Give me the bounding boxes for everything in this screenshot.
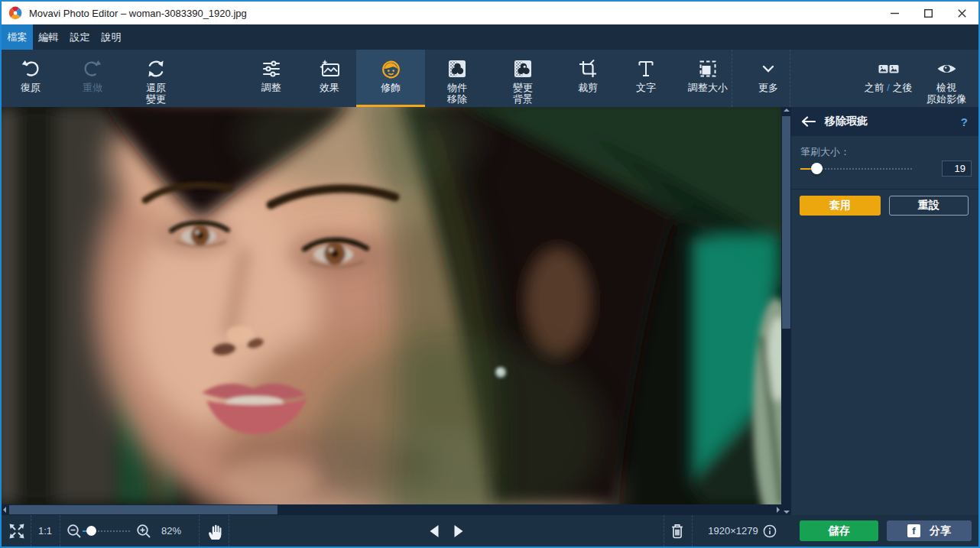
photo-canvas[interactable] — [2, 107, 781, 504]
horizontal-scroll-thumb[interactable] — [9, 505, 277, 514]
change-background-icon — [513, 57, 533, 80]
info-button[interactable] — [763, 515, 777, 546]
panel-header: 移除瑕疵 ? — [791, 107, 978, 136]
vertical-scroll-thumb[interactable] — [782, 116, 790, 329]
zoom-slider[interactable] — [83, 530, 130, 532]
scroll-left-icon[interactable] — [3, 507, 6, 513]
share-button[interactable]: f 分享 — [887, 520, 972, 541]
actual-size-button[interactable]: 1:1 — [38, 515, 52, 546]
app-window: Movavi Photo Editor – woman-3083390_1920… — [0, 0, 980, 548]
statusbar-separator — [31, 515, 31, 546]
image-canvas-area — [2, 107, 791, 515]
crop-icon — [578, 57, 598, 80]
facebook-icon: f — [907, 524, 920, 537]
next-icon — [455, 525, 463, 537]
retouch-panel: 移除瑕疵 ? 筆刷大小： 19 套用 重設 — [791, 107, 978, 515]
menu-item-settings[interactable]: 設定 — [64, 24, 96, 50]
chevron-down-icon — [759, 57, 777, 80]
panel-divider — [791, 189, 978, 190]
tab-change-background[interactable]: 變更 背景 — [491, 50, 555, 107]
back-button[interactable] — [801, 116, 816, 127]
help-button[interactable]: ? — [961, 115, 968, 128]
zoom-percent: 82% — [161, 515, 181, 546]
next-image-button[interactable] — [455, 515, 463, 546]
eye-icon — [936, 57, 957, 80]
reset-changes-icon — [146, 57, 166, 80]
save-button[interactable]: 儲存 — [800, 520, 878, 541]
after-label: 之後 — [892, 82, 912, 93]
tab-retouch[interactable]: 修飾 — [356, 50, 425, 107]
zoom-out-button[interactable] — [67, 515, 82, 546]
toolbar: 復原 重做 還原 變更 調整 效果 修飾 物件 移除 變更 背景 — [2, 50, 978, 107]
menu-item-edit[interactable]: 編輯 — [33, 24, 64, 50]
panel-title: 移除瑕疵 — [825, 115, 961, 128]
movavi-logo-icon — [8, 6, 22, 20]
fit-to-screen-button[interactable] — [8, 515, 25, 546]
resize-icon — [698, 57, 718, 80]
horizontal-scrollbar[interactable] — [2, 504, 781, 515]
scroll-right-icon[interactable] — [777, 507, 780, 513]
redo-icon — [83, 57, 102, 80]
tab-text[interactable]: 文字 — [614, 50, 678, 107]
redo-button[interactable]: 重做 — [60, 50, 125, 107]
maximize-button[interactable] — [911, 2, 945, 24]
previous-image-button[interactable] — [430, 515, 439, 546]
reset-changes-button[interactable]: 還原 變更 — [124, 50, 188, 107]
undo-button[interactable]: 復原 — [0, 50, 63, 107]
statusbar: 1:1 82% 1920×1279 儲存 f 分 — [2, 515, 978, 546]
image-dimensions: 1920×1279 — [708, 515, 758, 546]
tab-object-removal[interactable]: 物件 移除 — [425, 50, 489, 107]
zoom-in-button[interactable] — [136, 515, 151, 546]
statusbar-separator — [692, 515, 693, 546]
statusbar-separator — [60, 515, 60, 546]
minimize-button[interactable] — [878, 2, 911, 24]
view-original-button[interactable]: 檢視 原始影像 — [916, 50, 977, 107]
before-after-icon — [878, 57, 899, 80]
toolbar-separator — [790, 50, 790, 107]
more-button[interactable]: 更多 — [736, 50, 800, 107]
share-label: 分享 — [930, 524, 951, 538]
before-after-slash: / — [887, 82, 890, 93]
before-label: 之前 — [865, 82, 884, 93]
delete-button[interactable] — [669, 515, 686, 546]
statusbar-separator — [229, 515, 229, 546]
effects-icon — [320, 57, 340, 80]
hand-tool-button[interactable] — [206, 515, 222, 546]
undo-icon — [21, 57, 41, 80]
tab-effects[interactable]: 效果 — [297, 50, 362, 107]
statusbar-separator — [199, 515, 200, 546]
scroll-up-icon[interactable] — [784, 109, 790, 112]
window-title: Movavi Photo Editor – woman-3083390_1920… — [29, 8, 878, 19]
menubar: 檔案 編輯 設定 說明 — [2, 24, 978, 50]
tab-resize[interactable]: 調整大小 — [676, 50, 740, 107]
reset-button[interactable]: 重設 — [889, 196, 969, 216]
statusbar-separator — [664, 515, 664, 546]
tab-adjust[interactable]: 調整 — [239, 50, 303, 107]
menu-item-file[interactable]: 檔案 — [2, 24, 33, 50]
adjust-sliders-icon — [261, 57, 281, 80]
menu-item-help[interactable]: 說明 — [96, 24, 127, 50]
close-button[interactable] — [945, 2, 978, 24]
text-icon — [636, 57, 656, 80]
previous-icon — [430, 525, 439, 537]
object-removal-icon — [447, 57, 467, 80]
brush-size-value[interactable]: 19 — [942, 161, 972, 177]
vertical-scrollbar[interactable] — [781, 107, 791, 515]
zoom-slider-handle[interactable] — [86, 526, 96, 536]
toolbar-separator — [732, 50, 732, 107]
brush-size-label: 筆刷大小： — [800, 145, 850, 159]
scroll-down-icon[interactable] — [784, 511, 790, 514]
apply-button[interactable]: 套用 — [800, 196, 881, 216]
titlebar: Movavi Photo Editor – woman-3083390_1920… — [2, 2, 978, 24]
retouch-face-icon — [381, 57, 401, 80]
brush-size-slider[interactable] — [800, 168, 913, 170]
tab-crop[interactable]: 裁剪 — [556, 50, 620, 107]
brush-slider-handle[interactable] — [811, 163, 823, 174]
